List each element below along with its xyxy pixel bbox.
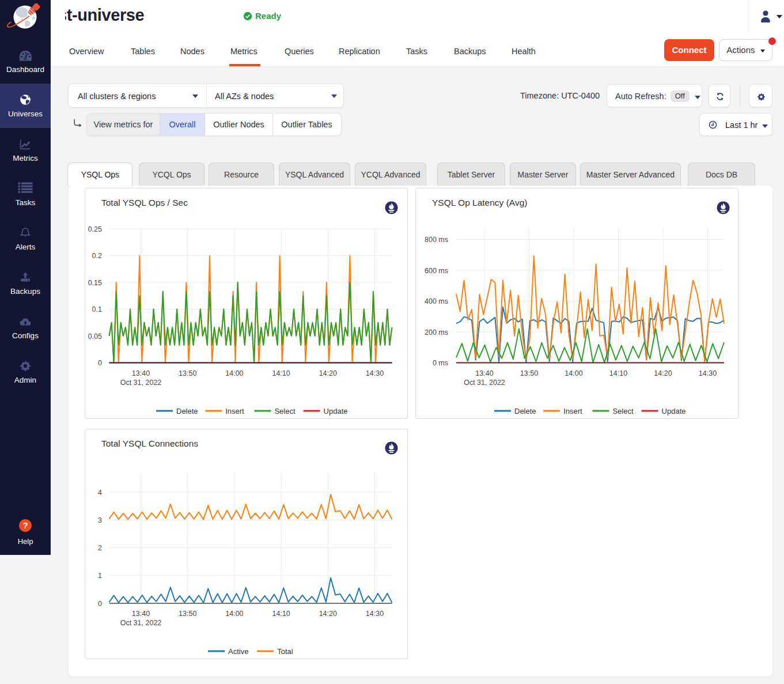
svg-text:1: 1	[98, 572, 102, 580]
svg-text:13:40: 13:40	[132, 369, 150, 377]
svg-text:Oct 31, 2022: Oct 31, 2022	[120, 619, 162, 627]
svg-text:Update: Update	[324, 407, 348, 415]
svg-text:Update: Update	[662, 407, 686, 415]
svg-text:13:50: 13:50	[520, 369, 538, 377]
svg-text:14:00: 14:00	[225, 369, 243, 377]
svg-text:14:30: 14:30	[366, 610, 384, 618]
svg-text:14:10: 14:10	[272, 369, 290, 377]
svg-text:Active: Active	[228, 647, 248, 656]
svg-text:14:10: 14:10	[272, 610, 290, 618]
svg-text:4: 4	[98, 489, 102, 497]
svg-text:Select: Select	[612, 407, 634, 415]
svg-text:800 ms: 800 ms	[425, 236, 448, 244]
svg-text:Total: Total	[277, 647, 293, 656]
svg-text:3: 3	[98, 516, 102, 524]
svg-text:Insert: Insert	[563, 407, 582, 415]
svg-text:200 ms: 200 ms	[425, 328, 448, 337]
svg-text:Delete: Delete	[176, 407, 198, 415]
svg-text:Oct 31, 2022: Oct 31, 2022	[464, 379, 505, 387]
svg-text:2: 2	[98, 544, 102, 552]
svg-text:0.2: 0.2	[92, 252, 102, 260]
svg-text:600 ms: 600 ms	[425, 267, 448, 275]
svg-text:14:10: 14:10	[609, 369, 627, 377]
svg-text:Insert: Insert	[225, 407, 244, 415]
svg-text:0: 0	[98, 359, 102, 367]
svg-text:0.25: 0.25	[88, 225, 102, 233]
svg-text:14:30: 14:30	[699, 369, 717, 377]
svg-text:14:20: 14:20	[654, 369, 672, 377]
svg-text:0.15: 0.15	[88, 279, 102, 287]
svg-text:0.05: 0.05	[88, 332, 102, 341]
svg-text:14:30: 14:30	[366, 369, 384, 377]
svg-text:14:00: 14:00	[565, 369, 582, 377]
svg-text:Delete: Delete	[514, 407, 536, 415]
svg-text:13:50: 13:50	[179, 369, 196, 377]
svg-text:0: 0	[98, 600, 102, 608]
svg-text:Oct 31, 2022: Oct 31, 2022	[120, 379, 162, 387]
svg-text:14:00: 14:00	[225, 610, 243, 618]
svg-text:13:40: 13:40	[475, 369, 493, 377]
svg-text:0.1: 0.1	[92, 305, 102, 313]
svg-text:13:40: 13:40	[132, 610, 150, 618]
svg-text:13:50: 13:50	[179, 610, 196, 618]
svg-text:Select: Select	[274, 407, 296, 415]
svg-text:14:20: 14:20	[319, 610, 337, 618]
svg-text:14:20: 14:20	[319, 369, 337, 377]
svg-text:0 ms: 0 ms	[433, 359, 448, 367]
svg-text:400 ms: 400 ms	[425, 297, 448, 305]
